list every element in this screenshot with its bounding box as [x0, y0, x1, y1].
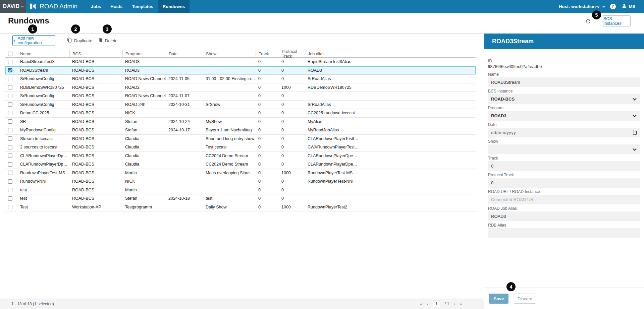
- next-page-button[interactable]: ›: [453, 301, 455, 307]
- date-input[interactable]: dd/mm/yyyy: [488, 128, 640, 137]
- table-row[interactable]: SrRundownConfigROAD-BCSROAD News Channel…: [5, 75, 476, 83]
- row-checkbox[interactable]: [8, 68, 12, 72]
- last-page-button[interactable]: »: [460, 301, 462, 307]
- cell-name: test: [17, 196, 69, 201]
- row-checkbox[interactable]: [8, 128, 12, 132]
- show-select[interactable]: [488, 144, 640, 154]
- column-header-name[interactable]: Name: [17, 50, 69, 57]
- table-row[interactable]: testROAD-BCSMartin00: [5, 186, 476, 195]
- first-page-button[interactable]: «: [420, 301, 423, 307]
- cell-alias: RapidStreamTest3Alias: [305, 59, 360, 64]
- cell-bcs: ROAD-BCS: [69, 76, 122, 81]
- row-checkbox[interactable]: [8, 153, 12, 158]
- nav-item-rundowns[interactable]: Rundowns: [158, 0, 190, 13]
- cell-bcs: ROAD-BCS: [69, 128, 122, 132]
- column-header-track[interactable]: Track: [256, 50, 279, 57]
- cell-program: Stefan: [122, 196, 166, 201]
- row-checkbox[interactable]: [8, 85, 12, 89]
- table-row[interactable]: SrRundownConfigROAD-BCSROAD 24h2024-10-3…: [5, 101, 476, 109]
- table-row[interactable]: Stream to IcecastROAD-BCSClaudiaShort an…: [5, 135, 476, 143]
- nav-item-hosts[interactable]: Hosts: [106, 0, 127, 13]
- table-row[interactable]: CLARundownPlayerDpeWriterROAD-BCSClaudia…: [5, 160, 476, 169]
- cell-alias: CLARundownPlayerTestIcec…: [305, 136, 360, 141]
- page-total-label: / 1: [444, 302, 449, 306]
- field-label-program: Program: [488, 106, 640, 110]
- table-row[interactable]: testROAD-BCSStefan2024-10-18test00: [5, 194, 476, 203]
- cell-spacer: [360, 83, 476, 92]
- cell-name: SrRundownConfig: [17, 94, 69, 98]
- cell-track: 0: [256, 188, 279, 192]
- row-checkbox[interactable]: [8, 119, 12, 124]
- column-header-date[interactable]: Date: [166, 50, 203, 57]
- cell-alias: SrRoadAlias: [305, 76, 360, 81]
- table-row[interactable]: RapidStreamTest3ROAD-BCSROAD300RapidStre…: [5, 58, 476, 66]
- table-row[interactable]: RundownPlayerTest-MS-…ROAD-BCSMartinMaus…: [5, 169, 476, 178]
- row-checkbox[interactable]: [8, 205, 12, 209]
- bcs-instances-button[interactable]: BCS Instances: [603, 15, 631, 26]
- column-header-protocol[interactable]: Protocol Track: [279, 50, 305, 57]
- column-header-alias[interactable]: Job alias: [305, 50, 360, 57]
- field-bcs-instance: BCS InstanceROAD-BCS: [488, 89, 640, 104]
- name-input[interactable]: ROAD3Stream: [488, 77, 640, 87]
- row-checkbox[interactable]: [8, 94, 12, 98]
- refresh-icon[interactable]: [585, 18, 591, 26]
- discard-button[interactable]: Discard: [514, 294, 536, 304]
- row-checkbox[interactable]: [8, 111, 12, 115]
- select-all-checkbox[interactable]: [8, 52, 12, 56]
- track-input[interactable]: 0: [488, 161, 640, 171]
- field-label-track: Track: [488, 156, 640, 161]
- cell-track: 0: [256, 153, 279, 158]
- user-menu[interactable]: MS: [622, 3, 636, 10]
- table-row[interactable]: CLARundownPlayerDpeWriterROAD-BCSClaudia…: [5, 152, 476, 161]
- add-new-configuration-button[interactable]: + Add new configuration: [12, 35, 55, 46]
- cell-track: 0: [256, 59, 279, 64]
- field-rdb-alias: RDB Alias: [488, 223, 640, 238]
- road-url-road-instance-input[interactable]: Connected ROAD URL: [488, 195, 640, 204]
- row-checkbox[interactable]: [8, 145, 12, 149]
- previous-page-button[interactable]: ‹: [427, 301, 429, 307]
- column-header-show[interactable]: Show: [203, 50, 256, 57]
- cell-alias: CLARundownPlayerDpeWriter: [305, 153, 360, 158]
- table-row[interactable]: SrRundownConfigROAD-BCSROAD News Channel…: [5, 92, 476, 101]
- nav-item-templates[interactable]: Templates: [127, 0, 158, 13]
- column-header-bcs[interactable]: BCS: [69, 50, 122, 57]
- row-checkbox[interactable]: [8, 162, 12, 167]
- duplicate-button[interactable]: Duplicate: [67, 35, 92, 46]
- table-row[interactable]: ROAD3StreamROAD-BCSROAD300ROAD3: [5, 66, 476, 75]
- row-checkbox[interactable]: [8, 171, 12, 175]
- brand-label: DAViD: [3, 3, 20, 9]
- protocol-track-input[interactable]: 0: [488, 178, 640, 188]
- cell-spacer: [360, 118, 476, 126]
- table-row[interactable]: TestWorkstation-APTestprogrammDaily Show…: [5, 203, 476, 212]
- cell-protocol: 0: [279, 94, 305, 98]
- row-checkbox[interactable]: [8, 136, 12, 141]
- help-icon[interactable]: ?: [610, 4, 616, 9]
- table-row[interactable]: MyRundownConfigROAD-BCSStefan2024-10-17B…: [5, 126, 476, 135]
- row-checkbox[interactable]: [8, 179, 12, 184]
- cell-track: 0: [256, 162, 279, 167]
- delete-button[interactable]: Delete: [98, 35, 118, 46]
- table-row[interactable]: Rundown-NNiROAD-BCSNICK00RundownPlayerTe…: [5, 177, 476, 186]
- row-checkbox[interactable]: [8, 196, 12, 201]
- page-number-input[interactable]: 1: [433, 301, 440, 307]
- cell-protocol: 0: [279, 136, 305, 141]
- nav-item-jobs[interactable]: Jobs: [86, 0, 106, 13]
- rdb-alias-input[interactable]: [488, 228, 640, 238]
- david-brand-menu[interactable]: DAViD: [0, 0, 26, 13]
- cell-date: 2024-10-31: [166, 102, 203, 107]
- table-row[interactable]: Demo CC 2025ROAD-BCSNICK00CC2025-rundown…: [5, 109, 476, 118]
- bcs-instance-select[interactable]: ROAD-BCS: [488, 94, 640, 104]
- row-checkbox[interactable]: [8, 102, 12, 107]
- table-row[interactable]: 2 sources to IcecastROAD-BCSClaudiaTestI…: [5, 143, 476, 152]
- table-row[interactable]: RDBDemoSWR180725ROAD-BCSROAD201000RDBDem…: [5, 83, 476, 92]
- host-selector[interactable]: Host: workstation-v: [559, 4, 604, 9]
- road-job-alias-input[interactable]: ROAD3: [488, 211, 640, 221]
- column-header-program[interactable]: Program: [122, 50, 166, 57]
- save-button[interactable]: Save: [489, 294, 508, 304]
- program-select[interactable]: ROAD3: [488, 111, 640, 121]
- row-checkbox[interactable]: [8, 60, 12, 64]
- row-checkbox-cell: [5, 68, 17, 72]
- row-checkbox[interactable]: [8, 188, 12, 192]
- table-row[interactable]: SRROAD-BCSStefan2024-10-24MyShow00MyAlia…: [5, 118, 476, 126]
- row-checkbox[interactable]: [8, 77, 12, 81]
